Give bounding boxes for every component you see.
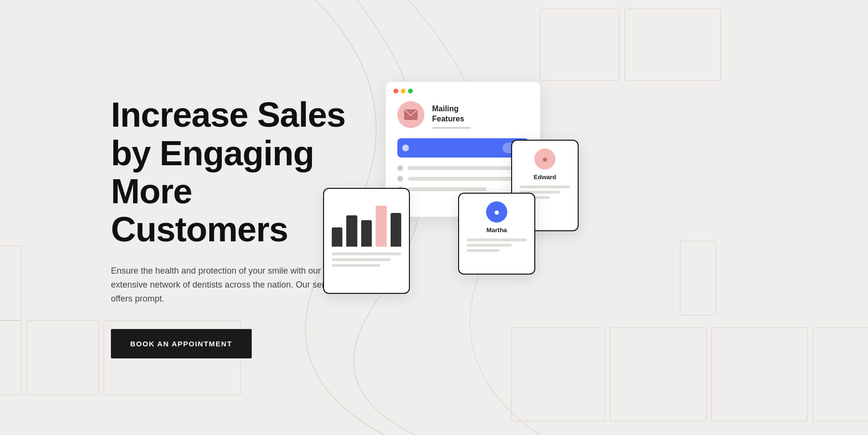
martha-lines — [467, 238, 527, 252]
edward-line-1 — [520, 185, 570, 188]
martha-name: Martha — [487, 226, 507, 234]
dot-red — [393, 89, 398, 93]
card-title-block: Mailing Features — [432, 101, 471, 129]
bar-4-highlight — [376, 206, 386, 247]
list-item-2 — [397, 176, 529, 182]
bar-2 — [346, 215, 357, 247]
bar-1 — [332, 227, 342, 247]
mailing-title-text: Mailing — [432, 105, 459, 113]
list-line-2 — [408, 177, 529, 181]
mailing-card-title: Mailing Features — [432, 104, 471, 124]
chart-line-1 — [332, 252, 401, 255]
bar-3 — [361, 220, 372, 247]
card-main-header: Mailing Features — [397, 101, 529, 129]
mail-icon — [404, 109, 418, 120]
list-dot-1 — [397, 165, 403, 171]
martha-avatar: ● — [486, 201, 507, 223]
martha-line-2 — [467, 244, 512, 247]
edward-name: Edward — [534, 173, 556, 181]
title-line-2: by Engaging — [111, 134, 314, 172]
martha-card: ● Martha — [458, 193, 535, 275]
edward-avatar: ● — [534, 148, 556, 170]
chart-card — [323, 188, 410, 294]
left-content: Increase Sales by Engaging More Customer… — [0, 77, 347, 358]
martha-line-1 — [467, 238, 527, 241]
list-item-1 — [397, 165, 529, 171]
hero-title: Increase Sales by Engaging More Customer… — [111, 96, 347, 249]
window-dots — [393, 89, 413, 93]
chart-lines — [332, 252, 401, 267]
right-illustration: Mailing Features — [347, 0, 868, 435]
dot-green — [408, 89, 413, 93]
list-dot-2 — [397, 176, 403, 182]
book-appointment-button[interactable]: Book An Appointment — [111, 329, 252, 358]
toggle-bar — [397, 138, 529, 158]
chart-line-3 — [332, 264, 380, 267]
hero-container: Increase Sales by Engaging More Customer… — [0, 0, 868, 435]
dot-yellow — [401, 89, 406, 93]
hero-description: Ensure the health and protection of your… — [111, 264, 342, 305]
mailing-subtitle-text: Features — [432, 115, 464, 123]
title-line-3: More Customers — [111, 172, 288, 249]
toggle-dot — [402, 145, 409, 151]
bar-5 — [391, 213, 401, 247]
chart-line-2 — [332, 258, 391, 261]
title-line-1: Increase Sales — [111, 95, 345, 134]
chart-bars — [332, 198, 401, 247]
list-line-3 — [408, 187, 487, 191]
martha-line-3 — [467, 249, 500, 252]
list-line-1 — [408, 166, 529, 170]
title-underline — [432, 127, 471, 129]
list-item-3 — [397, 186, 529, 192]
edward-avatar-icon: ● — [542, 154, 548, 165]
martha-avatar-icon: ● — [494, 207, 500, 218]
mail-icon-circle — [397, 101, 424, 128]
